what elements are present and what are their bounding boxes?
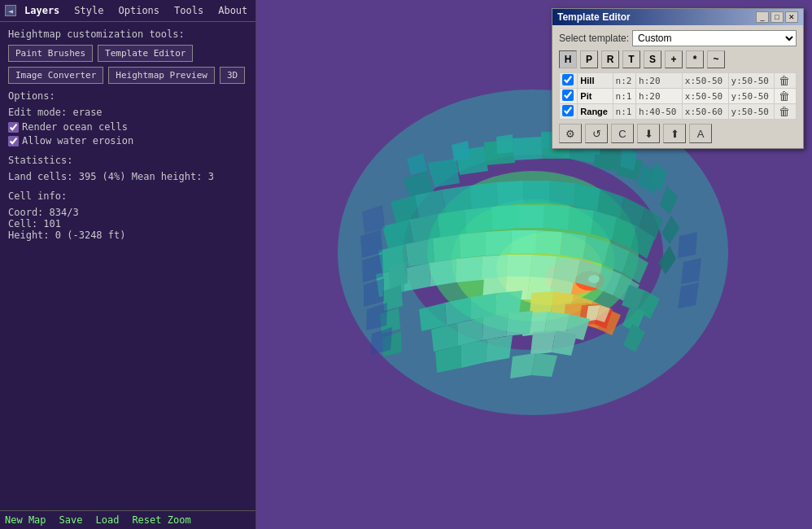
svg-marker-47 [560,232,587,259]
type-btn-plus[interactable]: + [665,50,683,68]
tools-section-title: Heightmap customization tools: [8,28,247,40]
template-table: Hill n:2 h:20 x:50-50 y:50-50 🗑 Pit n:1 … [559,72,797,120]
options-section: Options: Edit mode: erase Render ocean c… [8,90,247,146]
hill-n: n:2 [613,73,636,89]
download-action-btn[interactable]: ⬇ [637,124,660,143]
save-button[interactable]: Save [59,514,83,526]
stats-title: Statistics: [8,155,247,166]
menu-item-tools[interactable]: Tools [168,3,210,18]
left-panel: ◄ Layers Style Options Tools About Heigh… [0,0,256,529]
template-row-range: Range n:1 h:40-50 x:50-60 y:50-50 🗑 [560,104,797,120]
range-delete-btn[interactable]: 🗑 [777,105,792,118]
range-checkbox[interactable] [562,105,574,116]
svg-marker-55 [481,255,508,280]
svg-marker-12 [513,137,543,160]
allow-erosion-checkbox-row[interactable]: Allow water erosion [8,135,247,146]
stats-section: Statistics: Land cells: 395 (4%) Mean he… [8,155,247,182]
type-buttons-row: H P R T S + * ~ [559,50,797,68]
settings-action-btn[interactable]: ⚙ [559,124,582,143]
hill-checkbox[interactable] [562,74,574,85]
type-btn-P[interactable]: P [580,50,598,68]
svg-marker-36 [568,207,594,234]
select-template-label: Select template: [559,33,629,44]
pit-checkbox[interactable] [562,90,574,101]
hill-delete-btn[interactable]: 🗑 [777,74,792,87]
menu-item-style[interactable]: Style [68,3,110,18]
menu-collapse-arrow[interactable]: ◄ [5,5,16,16]
svg-marker-44 [486,230,512,256]
hill-y: y:50-50 [728,73,775,89]
range-h: h:40-50 [636,104,683,120]
render-ocean-label: Render ocean cells [22,121,128,133]
apply-action-btn[interactable]: A [689,124,712,143]
render-ocean-checkbox[interactable] [8,122,19,133]
svg-marker-21 [469,182,498,209]
hill-h: h:20 [636,73,683,89]
svg-marker-34 [518,205,544,228]
svg-marker-33 [491,205,518,230]
template-editor-titlebar: Template Editor _ □ ✕ [552,9,803,25]
image-converter-button[interactable]: Image Converter [8,67,103,84]
pit-y: y:50-50 [728,89,775,104]
new-map-button[interactable]: New Map [5,514,46,526]
pit-delete-btn[interactable]: 🗑 [777,90,792,103]
type-btn-S[interactable]: S [644,50,661,68]
maximize-button[interactable]: □ [771,11,784,23]
action-buttons-row: ⚙ ↺ C ⬇ ⬆ A [559,124,797,143]
range-n: n:1 [613,104,636,120]
panel-content: Heightmap customization tools: Paint Bru… [0,22,255,510]
paint-brushes-button[interactable]: Paint Brushes [8,45,93,62]
type-btn-R[interactable]: R [601,50,619,68]
close-button[interactable]: ✕ [785,11,798,23]
svg-marker-56 [506,255,532,278]
type-btn-star[interactable]: * [686,50,704,68]
svg-marker-32 [465,207,492,234]
template-editor-panel: Template Editor _ □ ✕ Select template: C… [552,8,804,149]
cell-info-title: Cell info: [8,190,247,202]
svg-marker-87 [506,311,533,336]
svg-marker-31 [437,210,466,238]
menu-item-options[interactable]: Options [111,3,166,18]
select-template-row: Select template: Custom Default Archipel… [559,30,797,46]
options-title: Options: [8,90,247,102]
menu-item-layers[interactable]: Layers [18,3,66,18]
undo-action-btn[interactable]: ↺ [585,124,608,143]
svg-marker-45 [511,230,537,254]
reset-zoom-button[interactable]: Reset Zoom [132,514,190,526]
svg-marker-119 [678,232,697,258]
template-select[interactable]: Custom Default Archipelago Continents [632,30,797,46]
pit-x: x:50-50 [682,89,728,104]
template-editor-button[interactable]: Template Editor [98,45,193,62]
type-btn-tilde[interactable]: ~ [707,50,725,68]
minimize-button[interactable]: _ [756,11,769,23]
edit-mode-label: Edit mode: erase [8,107,247,118]
svg-marker-35 [544,205,570,230]
svg-marker-92 [486,335,513,362]
template-row-pit: Pit n:1 h:20 x:50-50 y:50-50 🗑 [560,89,797,104]
svg-marker-43 [460,232,486,258]
load-button[interactable]: Load [95,514,119,526]
range-x: x:50-60 [682,104,728,120]
menu-item-about[interactable]: About [212,3,254,18]
render-ocean-checkbox-row[interactable]: Render ocean cells [8,121,247,133]
heightmap-preview-button[interactable]: Heightmap Preview [108,67,215,84]
menu-bar: ◄ Layers Style Options Tools About [0,0,255,22]
range-name: Range [578,104,613,120]
allow-erosion-label: Allow water erosion [22,135,133,146]
cell-info-section: Cell info: Coord: 834/3 Cell: 101 Height… [8,190,247,241]
type-btn-H[interactable]: H [559,50,577,68]
upload-action-btn[interactable]: ⬆ [663,124,686,143]
cell-height: Height: 0 (-3248 ft) [8,230,247,241]
svg-marker-57 [530,255,557,279]
tools-row-1: Paint Brushes Template Editor [8,45,247,62]
svg-marker-46 [535,230,562,255]
allow-erosion-checkbox[interactable] [8,136,19,146]
svg-marker-23 [523,181,549,203]
type-btn-T[interactable]: T [622,50,640,68]
3d-button[interactable]: 3D [220,67,245,84]
cell-number: Cell: 101 [8,218,247,230]
svg-marker-20 [442,186,472,213]
hill-x: x:50-50 [682,73,728,89]
cell-coord: Coord: 834/3 [8,207,247,218]
clear-action-btn[interactable]: C [611,124,634,143]
